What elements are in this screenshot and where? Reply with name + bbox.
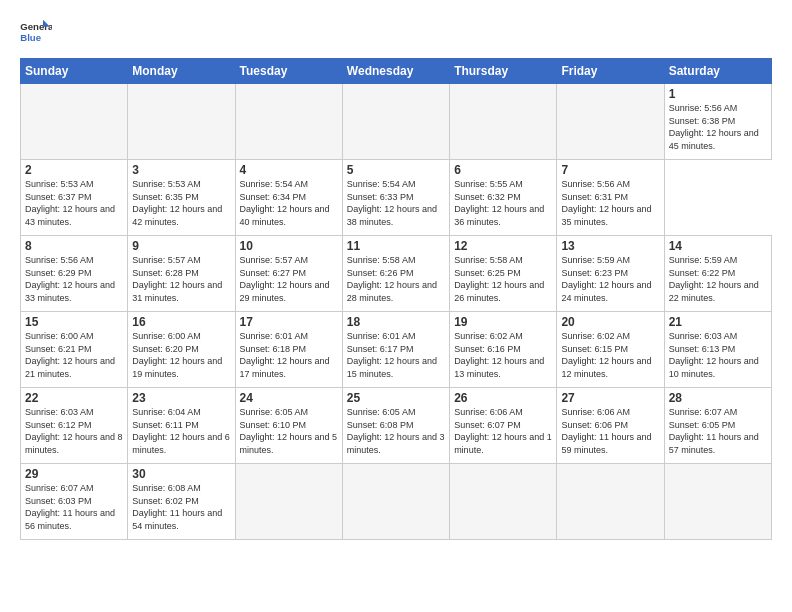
day-cell: 7Sunrise: 5:56 AMSunset: 6:31 PMDaylight…	[557, 160, 664, 236]
day-detail: Sunrise: 6:05 AMSunset: 6:08 PMDaylight:…	[347, 407, 445, 455]
col-header-saturday: Saturday	[664, 59, 771, 84]
empty-cell	[21, 84, 128, 160]
col-header-tuesday: Tuesday	[235, 59, 342, 84]
day-number: 1	[669, 87, 767, 101]
day-cell: 13Sunrise: 5:59 AMSunset: 6:23 PMDayligh…	[557, 236, 664, 312]
calendar-page: General Blue SundayMondayTuesdayWednesda…	[0, 0, 792, 550]
day-number: 2	[25, 163, 123, 177]
day-number: 15	[25, 315, 123, 329]
day-cell: 10Sunrise: 5:57 AMSunset: 6:27 PMDayligh…	[235, 236, 342, 312]
day-cell: 15Sunrise: 6:00 AMSunset: 6:21 PMDayligh…	[21, 312, 128, 388]
day-detail: Sunrise: 5:53 AMSunset: 6:37 PMDaylight:…	[25, 179, 115, 227]
day-detail: Sunrise: 6:00 AMSunset: 6:21 PMDaylight:…	[25, 331, 115, 379]
day-cell: 1Sunrise: 5:56 AMSunset: 6:38 PMDaylight…	[664, 84, 771, 160]
day-number: 13	[561, 239, 659, 253]
day-number: 23	[132, 391, 230, 405]
day-cell: 12Sunrise: 5:58 AMSunset: 6:25 PMDayligh…	[450, 236, 557, 312]
day-detail: Sunrise: 5:57 AMSunset: 6:28 PMDaylight:…	[132, 255, 222, 303]
header-row: SundayMondayTuesdayWednesdayThursdayFrid…	[21, 59, 772, 84]
empty-cell	[128, 84, 235, 160]
day-number: 14	[669, 239, 767, 253]
day-number: 18	[347, 315, 445, 329]
day-number: 21	[669, 315, 767, 329]
col-header-monday: Monday	[128, 59, 235, 84]
day-detail: Sunrise: 5:59 AMSunset: 6:23 PMDaylight:…	[561, 255, 651, 303]
col-header-wednesday: Wednesday	[342, 59, 449, 84]
day-cell	[342, 464, 449, 540]
week-row: 1Sunrise: 5:56 AMSunset: 6:38 PMDaylight…	[21, 84, 772, 160]
day-number: 20	[561, 315, 659, 329]
day-number: 22	[25, 391, 123, 405]
empty-cell	[557, 84, 664, 160]
day-cell	[235, 464, 342, 540]
day-number: 25	[347, 391, 445, 405]
day-number: 4	[240, 163, 338, 177]
day-detail: Sunrise: 6:00 AMSunset: 6:20 PMDaylight:…	[132, 331, 222, 379]
week-row: 15Sunrise: 6:00 AMSunset: 6:21 PMDayligh…	[21, 312, 772, 388]
day-cell: 28Sunrise: 6:07 AMSunset: 6:05 PMDayligh…	[664, 388, 771, 464]
week-row: 29Sunrise: 6:07 AMSunset: 6:03 PMDayligh…	[21, 464, 772, 540]
day-cell: 11Sunrise: 5:58 AMSunset: 6:26 PMDayligh…	[342, 236, 449, 312]
day-cell: 20Sunrise: 6:02 AMSunset: 6:15 PMDayligh…	[557, 312, 664, 388]
day-detail: Sunrise: 5:58 AMSunset: 6:26 PMDaylight:…	[347, 255, 437, 303]
day-detail: Sunrise: 6:02 AMSunset: 6:16 PMDaylight:…	[454, 331, 544, 379]
col-header-sunday: Sunday	[21, 59, 128, 84]
day-number: 17	[240, 315, 338, 329]
day-number: 3	[132, 163, 230, 177]
day-detail: Sunrise: 5:57 AMSunset: 6:27 PMDaylight:…	[240, 255, 330, 303]
day-detail: Sunrise: 6:03 AMSunset: 6:12 PMDaylight:…	[25, 407, 123, 455]
day-number: 26	[454, 391, 552, 405]
day-detail: Sunrise: 6:08 AMSunset: 6:02 PMDaylight:…	[132, 483, 222, 531]
day-detail: Sunrise: 6:02 AMSunset: 6:15 PMDaylight:…	[561, 331, 651, 379]
day-number: 10	[240, 239, 338, 253]
day-detail: Sunrise: 6:06 AMSunset: 6:07 PMDaylight:…	[454, 407, 552, 455]
day-cell: 5Sunrise: 5:54 AMSunset: 6:33 PMDaylight…	[342, 160, 449, 236]
day-cell: 23Sunrise: 6:04 AMSunset: 6:11 PMDayligh…	[128, 388, 235, 464]
day-detail: Sunrise: 6:01 AMSunset: 6:17 PMDaylight:…	[347, 331, 437, 379]
col-header-thursday: Thursday	[450, 59, 557, 84]
day-number: 9	[132, 239, 230, 253]
day-number: 28	[669, 391, 767, 405]
empty-cell	[235, 84, 342, 160]
day-detail: Sunrise: 5:59 AMSunset: 6:22 PMDaylight:…	[669, 255, 759, 303]
day-number: 6	[454, 163, 552, 177]
day-detail: Sunrise: 6:03 AMSunset: 6:13 PMDaylight:…	[669, 331, 759, 379]
day-number: 11	[347, 239, 445, 253]
day-detail: Sunrise: 5:56 AMSunset: 6:38 PMDaylight:…	[669, 103, 759, 151]
day-number: 5	[347, 163, 445, 177]
day-cell: 21Sunrise: 6:03 AMSunset: 6:13 PMDayligh…	[664, 312, 771, 388]
svg-text:Blue: Blue	[20, 32, 41, 43]
day-number: 7	[561, 163, 659, 177]
week-row: 22Sunrise: 6:03 AMSunset: 6:12 PMDayligh…	[21, 388, 772, 464]
day-cell: 30Sunrise: 6:08 AMSunset: 6:02 PMDayligh…	[128, 464, 235, 540]
day-detail: Sunrise: 6:05 AMSunset: 6:10 PMDaylight:…	[240, 407, 338, 455]
week-row: 8Sunrise: 5:56 AMSunset: 6:29 PMDaylight…	[21, 236, 772, 312]
day-cell	[450, 464, 557, 540]
day-cell: 17Sunrise: 6:01 AMSunset: 6:18 PMDayligh…	[235, 312, 342, 388]
empty-cell	[450, 84, 557, 160]
header: General Blue	[20, 18, 772, 46]
empty-cell	[342, 84, 449, 160]
day-number: 12	[454, 239, 552, 253]
day-cell	[664, 464, 771, 540]
day-detail: Sunrise: 5:53 AMSunset: 6:35 PMDaylight:…	[132, 179, 222, 227]
calendar-table: SundayMondayTuesdayWednesdayThursdayFrid…	[20, 58, 772, 540]
day-detail: Sunrise: 5:56 AMSunset: 6:29 PMDaylight:…	[25, 255, 115, 303]
day-number: 29	[25, 467, 123, 481]
day-cell: 3Sunrise: 5:53 AMSunset: 6:35 PMDaylight…	[128, 160, 235, 236]
day-cell: 22Sunrise: 6:03 AMSunset: 6:12 PMDayligh…	[21, 388, 128, 464]
day-detail: Sunrise: 6:06 AMSunset: 6:06 PMDaylight:…	[561, 407, 651, 455]
day-detail: Sunrise: 5:55 AMSunset: 6:32 PMDaylight:…	[454, 179, 544, 227]
day-number: 27	[561, 391, 659, 405]
day-detail: Sunrise: 5:54 AMSunset: 6:34 PMDaylight:…	[240, 179, 330, 227]
day-cell: 2Sunrise: 5:53 AMSunset: 6:37 PMDaylight…	[21, 160, 128, 236]
day-detail: Sunrise: 5:54 AMSunset: 6:33 PMDaylight:…	[347, 179, 437, 227]
day-cell: 6Sunrise: 5:55 AMSunset: 6:32 PMDaylight…	[450, 160, 557, 236]
day-cell: 8Sunrise: 5:56 AMSunset: 6:29 PMDaylight…	[21, 236, 128, 312]
day-cell: 4Sunrise: 5:54 AMSunset: 6:34 PMDaylight…	[235, 160, 342, 236]
day-number: 16	[132, 315, 230, 329]
day-cell	[557, 464, 664, 540]
day-number: 8	[25, 239, 123, 253]
day-detail: Sunrise: 6:04 AMSunset: 6:11 PMDaylight:…	[132, 407, 230, 455]
day-number: 30	[132, 467, 230, 481]
